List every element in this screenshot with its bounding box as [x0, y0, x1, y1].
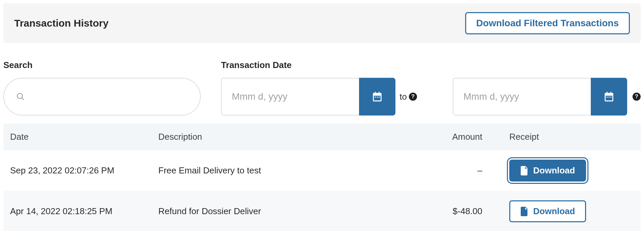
- col-date-header: Date: [3, 124, 152, 150]
- pdf-icon: [520, 166, 528, 175]
- transaction-date-label: Transaction Date: [221, 60, 641, 70]
- search-label: Search: [3, 60, 201, 70]
- transactions-table: Date Description Amount Receipt Sep 23, …: [3, 124, 641, 231]
- download-receipt-button[interactable]: Download: [509, 200, 586, 222]
- page-header: Transaction History Download Filtered Tr…: [3, 3, 641, 43]
- col-receipt-header: Receipt: [503, 124, 641, 150]
- date-range-separator: to: [399, 92, 407, 102]
- calendar-icon: [372, 91, 383, 102]
- search-icon: [16, 92, 25, 101]
- calendar-icon: [603, 91, 615, 102]
- date-from-picker-button[interactable]: [359, 78, 395, 116]
- search-input[interactable]: [30, 92, 188, 102]
- table-row: Sep 23, 2022 02:07:26 PM Free Email Deli…: [3, 150, 641, 191]
- cell-description: Refund for Dossier Deliver: [152, 191, 422, 231]
- cell-date: Sep 23, 2022 02:07:26 PM: [3, 150, 152, 191]
- cell-amount: $-48.00: [422, 191, 503, 231]
- search-input-wrap[interactable]: [3, 78, 201, 116]
- download-receipt-button[interactable]: Download: [509, 160, 586, 182]
- table-header-row: Date Description Amount Receipt: [3, 124, 641, 150]
- page-title: Transaction History: [14, 18, 108, 29]
- download-filtered-button[interactable]: Download Filtered Transactions: [465, 12, 630, 34]
- help-icon[interactable]: ?: [409, 93, 417, 101]
- date-to-picker-button[interactable]: [591, 78, 627, 116]
- table-row: Apr 14, 2022 02:18:25 PM Refund for Doss…: [3, 191, 641, 231]
- cell-description: Free Email Delivery to test: [152, 150, 422, 191]
- cell-date: Apr 14, 2022 02:18:25 PM: [3, 191, 152, 231]
- date-to-input[interactable]: [453, 78, 591, 116]
- help-icon[interactable]: ?: [633, 93, 641, 101]
- col-amount-header: Amount: [422, 124, 503, 150]
- pdf-icon: [520, 207, 528, 216]
- cell-amount: –: [422, 150, 503, 191]
- col-description-header: Description: [152, 124, 422, 150]
- download-label: Download: [533, 206, 575, 217]
- download-label: Download: [533, 165, 575, 176]
- date-from-input[interactable]: [221, 78, 359, 116]
